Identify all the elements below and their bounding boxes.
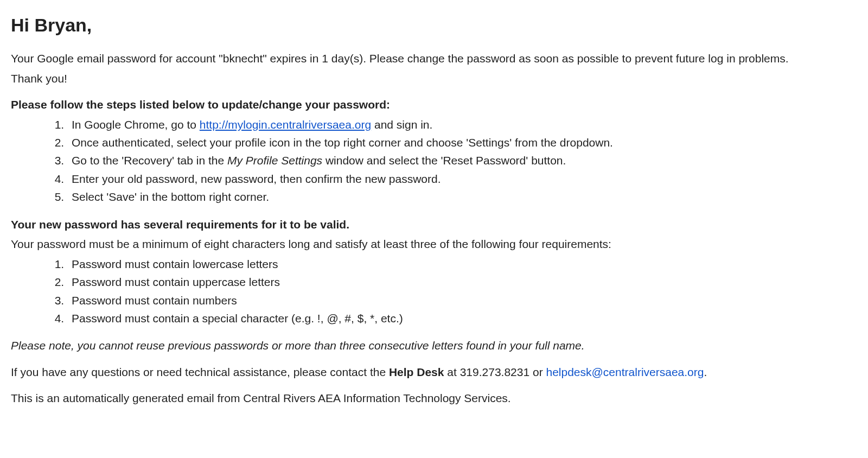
requirement-1: Password must contain lowercase letters (67, 256, 857, 272)
requirements-list: Password must contain lowercase letters … (67, 256, 857, 327)
step-1-pre: In Google Chrome, go to (72, 118, 200, 131)
requirement-3: Password must contain numbers (67, 292, 857, 309)
steps-heading: Please follow the steps listed below to … (11, 97, 857, 113)
step-1: In Google Chrome, go to http://mylogin.c… (67, 117, 857, 133)
intro-block: Your Google email password for account "… (11, 50, 857, 87)
helpdesk-email-link[interactable]: helpdesk@centralriversaea.org (546, 366, 704, 378)
contact-line: If you have any questions or need techni… (11, 364, 857, 380)
step-3-em: My Profile Settings (227, 154, 322, 167)
contact-mid: at 319.273.8231 or (444, 366, 546, 378)
step-3-post: window and select the 'Reset Password' b… (322, 154, 566, 167)
step-2: Once authenticated, select your profile … (67, 135, 857, 151)
intro-line1: Your Google email password for account "… (11, 50, 857, 67)
contact-pre: If you have any questions or need techni… (11, 366, 389, 378)
step-4: Enter your old password, new password, t… (67, 171, 857, 187)
requirement-2: Password must contain uppercase letters (67, 274, 857, 290)
login-link[interactable]: http://mylogin.centralriversaea.org (200, 118, 371, 131)
requirements-intro: Your password must be a minimum of eight… (11, 236, 857, 252)
requirements-heading: Your new password has several requiremen… (11, 217, 857, 233)
step-1-post: and sign in. (371, 118, 432, 131)
footer-line: This is an automatically generated email… (11, 390, 857, 406)
greeting-heading: Hi Bryan, (11, 12, 857, 39)
requirement-4: Password must contain a special characte… (67, 310, 857, 327)
reuse-note: Please note, you cannot reuse previous p… (11, 338, 857, 354)
step-3: Go to the 'Recovery' tab in the My Profi… (67, 152, 857, 169)
help-desk-label: Help Desk (389, 366, 444, 378)
contact-post: . (704, 366, 707, 378)
intro-line2: Thank you! (11, 71, 857, 87)
step-5: Select 'Save' in the bottom right corner… (67, 189, 857, 205)
step-3-pre: Go to the 'Recovery' tab in the (72, 154, 227, 167)
steps-list: In Google Chrome, go to http://mylogin.c… (67, 117, 857, 206)
